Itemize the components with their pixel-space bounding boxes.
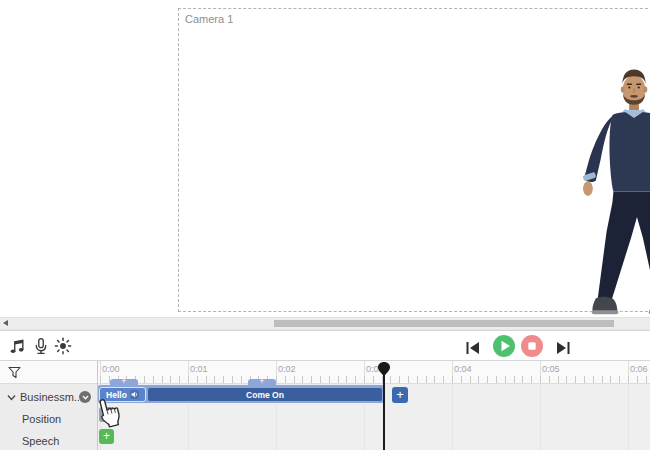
horizontal-scrollbar[interactable] [0, 317, 650, 330]
chevron-down-icon [82, 395, 89, 400]
character-left-eyebrow [627, 84, 632, 85]
character-sweater [609, 112, 650, 192]
timeline-panel: 0:00 0:01 0:02 0:03 0:04 0:05 0:06 Busin… [0, 361, 650, 450]
track-label: Businessm... [20, 391, 79, 403]
ruler-label: 0:02 [278, 364, 296, 374]
clip-hello[interactable]: Hello [99, 387, 146, 402]
character-right-eye [638, 86, 640, 88]
add-clip-button[interactable]: + [392, 387, 408, 403]
ruler-label: 0:01 [190, 364, 208, 374]
chevron-down-icon[interactable] [7, 394, 16, 401]
character-nose [633, 89, 634, 93]
animation-editor: Camera 1 [0, 0, 650, 450]
playhead-handle[interactable] [377, 361, 391, 377]
skip-to-start-icon [466, 342, 480, 354]
character-right-eyebrow [636, 84, 641, 85]
audio-speaker-icon [130, 390, 139, 399]
character-left-arm [584, 116, 612, 182]
skip-to-end-icon [556, 342, 570, 354]
stage-area: Camera 1 [0, 0, 650, 317]
plus-icon: + [103, 408, 109, 420]
scrollbar-thumb[interactable] [274, 320, 614, 327]
microphone-button[interactable] [32, 337, 50, 355]
track-row-position[interactable]: Position [0, 408, 97, 430]
stop-icon [521, 335, 543, 357]
track-label: Speech [22, 435, 59, 447]
track-row-speech[interactable]: Speech [0, 430, 97, 450]
ruler-label: 0:05 [542, 364, 560, 374]
add-position-button[interactable]: + [99, 407, 114, 422]
ruler-label: 0:00 [102, 364, 120, 374]
character-right-ear [643, 87, 647, 93]
microphone-icon [32, 337, 50, 355]
clip-come-on[interactable]: Come On [147, 387, 383, 402]
character-left-shoe [592, 297, 617, 313]
track-row-businessman[interactable]: Businessm... [0, 386, 97, 408]
character-pants [598, 192, 650, 301]
character-left-sole [592, 310, 618, 314]
brightness-button[interactable] [54, 337, 72, 355]
insert-clip-tab[interactable]: + [248, 379, 276, 386]
add-speech-button[interactable]: + [99, 429, 114, 444]
clip-label: Come On [246, 390, 284, 400]
track-label: Position [22, 413, 61, 425]
track-options-button[interactable] [79, 391, 91, 403]
camera-label: Camera 1 [185, 13, 233, 25]
character-left-eye [628, 86, 630, 88]
time-ruler[interactable]: 0:00 0:01 0:02 0:03 0:04 0:05 0:06 [98, 361, 650, 384]
filter-icon[interactable] [8, 366, 21, 379]
music-button[interactable] [9, 337, 27, 355]
plus-icon: + [259, 376, 264, 386]
skip-to-end-button[interactable] [556, 340, 570, 352]
character-left-hand [583, 181, 593, 196]
character-mustache [630, 95, 638, 98]
character-businessman[interactable] [577, 63, 650, 323]
camera-canvas[interactable]: Camera 1 [178, 8, 650, 312]
plus-icon: + [396, 387, 404, 402]
play-icon [493, 335, 515, 357]
header-divider [97, 361, 98, 450]
clip-label: Hello [106, 390, 127, 400]
plus-icon: + [103, 429, 110, 443]
music-icon [9, 337, 27, 355]
brightness-icon [54, 337, 72, 355]
insert-clip-tab[interactable]: + [110, 379, 138, 386]
ruler-label: 0:04 [454, 364, 472, 374]
track-filter-cell [0, 361, 97, 384]
ruler-ticks [98, 376, 650, 383]
scroll-left-arrow-icon[interactable] [3, 320, 8, 326]
play-button[interactable] [493, 335, 515, 357]
ruler-label: 0:06 [630, 364, 648, 374]
stop-button[interactable] [521, 335, 543, 357]
plus-icon: + [121, 376, 126, 386]
skip-to-start-button[interactable] [466, 340, 480, 352]
timeline-toolbar [0, 330, 650, 361]
